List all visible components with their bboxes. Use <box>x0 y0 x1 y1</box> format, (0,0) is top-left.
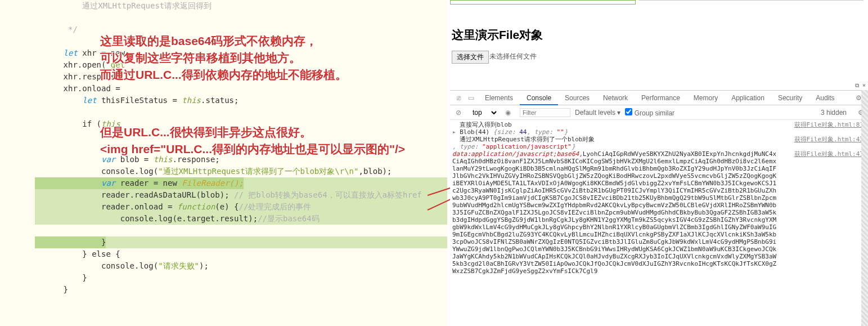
source-link[interactable]: 获得File对象.html:43 <box>794 136 863 143</box>
console-log-line: ▸ Blob(44) {size: 44, type: ""} <box>452 128 866 136</box>
code-line: xhr.onload = <box>35 83 447 95</box>
tab-network[interactable]: Network <box>596 91 635 105</box>
console-log-base64: 获得File对象.html:47data:application/javascr… <box>452 150 866 275</box>
console-log-line: 通过XMLHttpRequest请求得到了一个blob对象获得File对象.ht… <box>452 136 866 143</box>
tab-console[interactable]: Console <box>520 91 558 105</box>
expand-arrow-icon[interactable]: ▸ <box>452 128 460 136</box>
context-select[interactable]: top <box>470 108 498 117</box>
tab-sources[interactable]: Sources <box>558 91 596 105</box>
devtools-tabs: ⎚ ▭ Elements Console Sources Network Per… <box>450 91 868 105</box>
tab-application[interactable]: Application <box>725 91 771 105</box>
code-line-highlighted: reader.readAsDataURL(blob); // 把blob转换为b… <box>35 189 447 201</box>
devtools-dock-controls[interactable]: ⧉ × <box>855 82 866 89</box>
group-similar-checkbox[interactable]: Group similar <box>625 108 674 117</box>
code-line: } else { <box>35 248 447 260</box>
tab-performance[interactable]: Performance <box>635 91 687 105</box>
console-log-line: , type: "application/javascript"} <box>452 143 866 150</box>
device-icon[interactable]: ▭ <box>466 94 476 102</box>
hidden-count[interactable]: 3 hidden <box>821 109 851 117</box>
code-line: } <box>35 272 447 284</box>
annotation-text-2: 但是URL.C...很快得到非异步这点很好。 <img href="URL.C.… <box>100 124 405 158</box>
choose-file-button[interactable]: 选择文件 <box>452 51 489 64</box>
annotation-text-1: 这里读取的是base64码形式不依赖内存， 可以复制这些字符串移植到其他地方。 … <box>100 33 347 83</box>
clear-console-icon[interactable]: ⊘ <box>453 109 464 117</box>
code-line: 通过XMLHttpRequest请求返回得到 <box>35 0 447 12</box>
code-line <box>35 106 447 118</box>
code-line: console.log("通过XMLHttpRequest请求得到了一个blob… <box>35 166 447 177</box>
filter-input[interactable] <box>520 108 570 117</box>
levels-select[interactable]: Default levels ▾ <box>575 109 620 117</box>
tab-memory[interactable]: Memory <box>687 91 725 105</box>
code-line <box>35 12 447 24</box>
inspect-icon[interactable]: ⎚ <box>453 94 464 102</box>
code-line: console.log("请求失败"); <box>35 260 447 272</box>
tab-security[interactable]: Security <box>771 91 809 105</box>
code-line-highlighted: } <box>35 236 447 248</box>
devtools-panel: ⎚ ▭ Elements Console Sources Network Per… <box>450 90 868 326</box>
code-line: let thisFileStatus = this.status; <box>35 95 447 106</box>
tab-elements[interactable]: Elements <box>478 91 520 105</box>
console-log-line: 直接写入得到blob获得File对象.html:81 <box>452 121 866 128</box>
code-line <box>35 225 447 236</box>
tab-audits[interactable]: Audits <box>809 91 841 105</box>
source-link[interactable]: 获得File对象.html:81 <box>794 121 863 128</box>
source-link[interactable]: 获得File对象.html:47 <box>794 150 863 158</box>
code-line-highlighted: var reader = new FileReader(); <box>35 177 447 189</box>
demo-highlight-box <box>450 0 636 5</box>
demo-box <box>638 0 863 5</box>
demo-title: 这里演示File对象 <box>452 27 543 43</box>
code-line-highlighted: console.log(e.target.result);//显示base64码 <box>35 213 447 225</box>
console-output: 直接写入得到blob获得File对象.html:81 ▸ Blob(44) {s… <box>450 120 868 325</box>
file-status-text: 未选择任何文件 <box>489 52 537 61</box>
code-line-highlighted: reader.onload = function(e) {//处理完成后的事件 <box>35 201 447 213</box>
scrollbar[interactable] <box>861 90 868 326</box>
console-toolbar: ⊘ top ◉ Default levels ▾ Group similar 3… <box>450 105 868 120</box>
code-line: } <box>35 284 447 296</box>
eye-icon[interactable]: ◉ <box>503 109 513 117</box>
